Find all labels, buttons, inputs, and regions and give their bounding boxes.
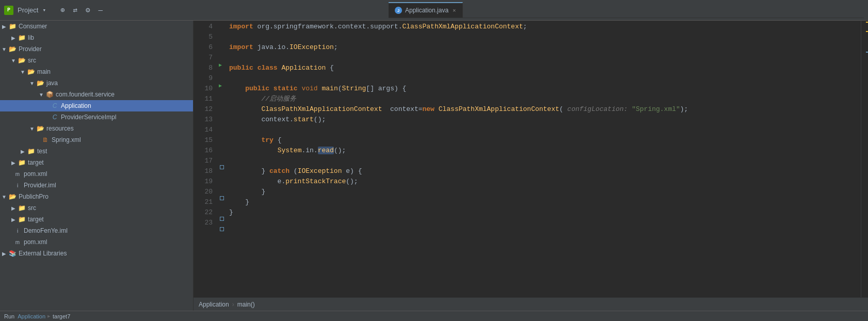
breakpoint-line15[interactable] — [220, 165, 224, 169]
breakpoint-line21[interactable] — [220, 227, 224, 231]
sidebar-item-ext-libs[interactable]: ▶ 📚 External Libraries — [0, 248, 193, 259]
sidebar-item-publich-src[interactable]: ▶ 📁 src — [0, 202, 193, 214]
sidebar-item-test[interactable]: ▶ 📁 test — [0, 146, 193, 157]
project-title: Project — [18, 6, 38, 14]
sidebar-item-provider-iml[interactable]: i Provider.iml — [0, 180, 193, 191]
tab-bar: J Application.java × — [389, 3, 864, 18]
breakpoint-line20[interactable] — [220, 217, 224, 221]
consumer-arrow: ▶ — [0, 22, 8, 30]
main-folder-icon: 📂 — [27, 68, 35, 76]
bottom-sep: ▸ — [47, 313, 51, 319]
breadcrumb-method[interactable]: main() — [237, 301, 255, 308]
sidebar-item-src[interactable]: ▼ 📂 src — [0, 55, 193, 66]
tab-application-java[interactable]: J Application.java × — [389, 2, 463, 18]
code-content[interactable]: import org.springframework.context.suppo… — [227, 21, 861, 297]
sidebar-item-java[interactable]: ▼ 📂 java — [0, 77, 193, 89]
code-line-22: } — [227, 207, 861, 218]
sidebar-item-publich-pom[interactable]: m pom.xml — [0, 236, 193, 248]
consumer-label: Consumer — [19, 23, 47, 30]
code-container: 4 5 6 7 8 9 10 11 12 13 14 15 16 17 18 1… — [194, 21, 868, 297]
code-line-12: ClassPathXmlApplicationContext context=n… — [227, 104, 861, 115]
sidebar-item-demo-iml[interactable]: i DemoFenYe.iml — [0, 225, 193, 236]
application-label: Application — [61, 102, 91, 109]
sidebar-item-consumer[interactable]: ▶ 📁 Consumer — [0, 21, 193, 32]
publich-pom-icon: m — [13, 238, 22, 246]
java-label: java — [46, 79, 58, 87]
publich-src-label: src — [28, 204, 36, 212]
sidebar-item-main[interactable]: ▼ 📂 main — [0, 66, 193, 77]
package-icon: 📦 — [45, 90, 54, 99]
breadcrumb-file[interactable]: Application — [199, 301, 229, 308]
code-line-19: e.printStackTrace(); — [227, 176, 861, 187]
breakpoint-line18[interactable] — [220, 196, 224, 200]
sidebar-item-resources[interactable]: ▼ 📂 resources — [0, 123, 193, 134]
java-file-icon: J — [395, 7, 402, 14]
sidebar-item-lib[interactable]: ▶ 📁 lib — [0, 32, 193, 43]
bottom-bar: Run Application ▸ target7 — [0, 311, 868, 321]
editor-area: 4 5 6 7 8 9 10 11 12 13 14 15 16 17 18 1… — [194, 21, 868, 311]
code-line-9 — [227, 73, 861, 84]
demo-iml-arrow — [9, 227, 13, 235]
nav-icon-crosshair[interactable]: ⊕ — [60, 6, 65, 14]
code-line-16: System.in.read(); — [227, 146, 861, 156]
provider-iml-label: Provider.iml — [24, 182, 56, 189]
sidebar-item-publich-target[interactable]: ▶ 📁 target — [0, 214, 193, 225]
pom-provider-arrow — [9, 170, 13, 178]
src-label: src — [28, 57, 36, 64]
provider-service-arrow — [46, 113, 51, 121]
title-bar-left: P Project ▾ ⊕ ⇄ ⚙ — — [4, 6, 195, 15]
tab-close-button[interactable]: × — [453, 7, 456, 13]
demo-iml-icon: i — [13, 227, 22, 235]
provider-iml-icon: i — [13, 181, 22, 189]
code-line-23 — [227, 218, 861, 228]
nav-icon-minimize[interactable]: — — [98, 6, 102, 14]
ext-libs-arrow: ▶ — [0, 249, 8, 258]
pom-provider-label: pom.xml — [24, 170, 47, 178]
right-scrollbar[interactable] — [861, 21, 868, 297]
nav-icon-settings[interactable]: ⚙ — [86, 6, 90, 14]
publichpro-arrow: ▼ — [0, 192, 8, 201]
publichpro-folder-icon: 📂 — [8, 192, 17, 201]
sidebar-item-publichpro[interactable]: ▼ 📂 PublichPro — [0, 191, 193, 202]
lib-arrow: ▶ — [9, 34, 18, 42]
lib-label: lib — [28, 34, 34, 41]
code-line-13: context.start(); — [227, 115, 861, 125]
test-label: test — [37, 148, 47, 155]
provider-label: Provider — [19, 45, 42, 53]
spring-xml-label: Spring.xml — [52, 136, 81, 143]
bottom-target-label[interactable]: target7 — [53, 313, 70, 319]
main-arrow: ▼ — [19, 68, 27, 76]
bottom-application-label[interactable]: Application — [18, 313, 45, 319]
run-button-line8[interactable]: ▶ — [219, 62, 222, 68]
nav-icon-sync[interactable]: ⇄ — [73, 6, 77, 14]
scroll-marker-3 — [866, 52, 868, 53]
sidebar-item-application[interactable]: C Application — [0, 100, 193, 111]
code-line-21: } — [227, 197, 861, 207]
resources-label: resources — [46, 125, 74, 132]
publich-src-icon: 📁 — [18, 204, 26, 212]
sidebar-item-target-provider[interactable]: ▶ 📁 target — [0, 157, 193, 168]
sidebar-item-provider[interactable]: ▼ 📂 Provider — [0, 43, 193, 55]
lib-folder-icon: 📁 — [18, 34, 26, 42]
publich-pom-arrow — [9, 238, 13, 246]
java-folder-icon: 📂 — [36, 79, 44, 87]
bottom-run-label[interactable]: Run — [4, 313, 14, 319]
code-line-15: try { — [227, 135, 861, 146]
sidebar: ▶ 📁 Consumer ▶ 📁 lib ▼ 📂 Provider ▼ 📂 sr… — [0, 21, 194, 311]
run-button-line10[interactable]: ▶ — [219, 83, 222, 89]
sidebar-item-spring-xml[interactable]: 🗎 Spring.xml — [0, 134, 193, 146]
project-dropdown-arrow[interactable]: ▾ — [42, 7, 46, 13]
main-area: ▶ 📁 Consumer ▶ 📁 lib ▼ 📂 Provider ▼ 📂 sr… — [0, 21, 868, 311]
code-line-18: } catch (IOException e) { — [227, 166, 861, 176]
publich-target-label: target — [28, 216, 44, 223]
sidebar-item-pom-provider[interactable]: m pom.xml — [0, 168, 193, 180]
test-arrow: ▶ — [19, 147, 27, 155]
resources-arrow: ▼ — [28, 124, 36, 133]
target-provider-arrow: ▶ — [9, 158, 18, 167]
project-icon: P — [4, 6, 13, 15]
provider-service-icon: C — [51, 113, 59, 121]
spring-xml-arrow — [37, 136, 41, 144]
code-line-5 — [227, 32, 861, 42]
sidebar-item-package[interactable]: ▼ 📦 com.founderit.service — [0, 89, 193, 100]
sidebar-item-provider-service[interactable]: C ProviderServiceImpl — [0, 111, 193, 123]
